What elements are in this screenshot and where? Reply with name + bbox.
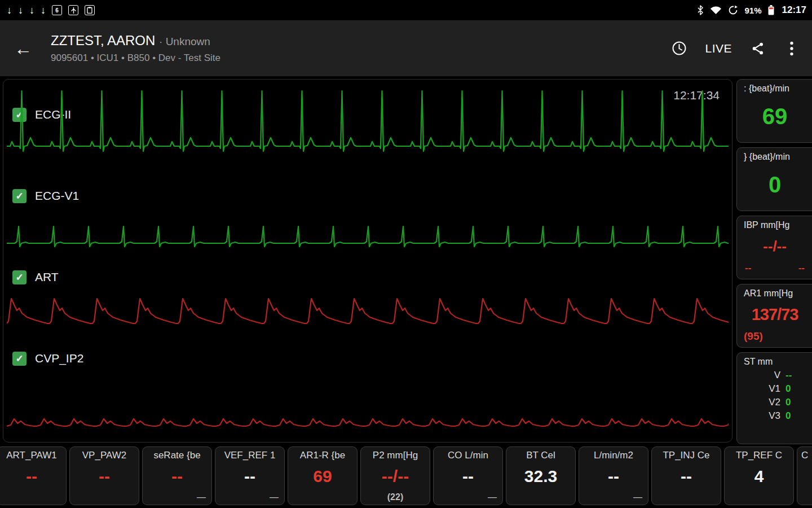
param-tile-ar1-rate[interactable]: AR1-R {be 69 (288, 446, 358, 505)
overflow-menu-button[interactable] (778, 35, 805, 62)
st-row: V3 0 (744, 410, 806, 422)
param-tile-co[interactable]: CO L/min -- — (433, 446, 503, 505)
param-value: -- (147, 461, 208, 492)
wifi-icon (710, 6, 722, 15)
header-actions: LIVE (665, 35, 805, 62)
battery-icon (768, 5, 774, 15)
download-arrow-icon: ↓ (18, 5, 23, 15)
vital-label: ST mm (744, 357, 806, 367)
param-value: 32.3 (510, 461, 571, 492)
st-lead-name: V1 (769, 383, 780, 395)
param-label: L/min/m2 (583, 450, 644, 461)
param-value: 4 (729, 461, 789, 492)
vital-subvalues: -- -- (744, 262, 806, 275)
st-rows: V -- V1 0 V2 0 V3 0 (744, 370, 806, 422)
vital-sub-left: -- (745, 262, 751, 274)
param-sub (510, 492, 571, 502)
vital-sub-right: -- (798, 262, 805, 274)
channel-header-cvp: ✓ CVP_IP2 (12, 349, 83, 367)
param-sub: (22) (365, 492, 426, 502)
param-tile-ip2[interactable]: P2 mm[Hg --/-- (22) (360, 446, 430, 505)
battery-percent-label: 91% (744, 6, 761, 15)
status-bar-indicators: 91% 12:17 (697, 5, 806, 16)
bluetooth-icon (697, 5, 704, 15)
data-sync-icon (728, 5, 738, 15)
clock-icon (672, 41, 687, 56)
param-label: BT Cel (510, 450, 571, 461)
param-tile-vef-ref[interactable]: VEF_REF 1 -- — (215, 446, 285, 505)
st-row: V -- (744, 370, 806, 381)
channel-label: ART (35, 270, 59, 284)
param-sub: — (583, 492, 644, 502)
vital-tile-pvc-rate[interactable]: } {beat}/min 0 (736, 147, 812, 211)
param-tile-partial[interactable]: C (797, 446, 812, 505)
patient-details: 9095601 • ICU1 • B850 • Dev - Test Site (51, 52, 665, 64)
app-header: ← ZZTEST, AARON · Unknown 9095601 • ICU1… (0, 20, 812, 76)
patient-monitor-screen: ↓ ↓ ↓ ↓ 6 91% (0, 0, 812, 508)
param-sub (74, 492, 135, 502)
share-icon (751, 42, 765, 55)
st-lead-value: 0 (785, 397, 798, 408)
param-value: -- (583, 461, 644, 492)
param-label: P2 mm[Hg (365, 450, 426, 461)
share-button[interactable] (744, 35, 771, 62)
channel-header-art: ✓ ART (12, 268, 59, 286)
channel-header-ecg-v1: ✓ ECG-V1 (12, 187, 79, 205)
st-lead-name: V3 (769, 410, 780, 422)
live-button[interactable]: LIVE (699, 42, 738, 55)
vital-tile-ibp[interactable]: IBP mm[Hg --/-- -- -- (736, 216, 812, 279)
vital-tile-st[interactable]: ST mm V -- V1 0 V2 0 V3 (736, 352, 812, 444)
notification-badge-icon: 6 (52, 5, 62, 15)
param-label: seRate {be (147, 450, 208, 461)
param-value: -- (219, 461, 280, 492)
clock-time-label: 12:17 (782, 5, 806, 16)
param-label: VEF_REF 1 (219, 450, 280, 461)
param-value: -- (438, 461, 498, 492)
channel-checkbox[interactable]: ✓ (12, 270, 27, 284)
param-value: -- (656, 461, 717, 492)
parameter-tile-row: ART_PAW1 -- VP_PAW2 -- seRate {be -- — V… (0, 444, 812, 508)
patient-name: ZZTEST, AARON (51, 33, 155, 48)
vital-tile-ar1[interactable]: AR1 mm[Hg 137/73 (95) (736, 284, 812, 348)
overflow-menu-icon (790, 41, 793, 56)
param-sub (729, 492, 789, 502)
param-label: CO L/min (438, 450, 498, 461)
param-tile-bt[interactable]: BT Cel 32.3 (506, 446, 576, 505)
param-label: AR1-R {be (292, 450, 353, 461)
download-arrow-icon: ↓ (41, 5, 46, 15)
param-tile-tp-ref[interactable]: TP_REF C 4 (724, 446, 794, 505)
param-tile-cardiac-index[interactable]: L/min/m2 -- — (579, 446, 648, 505)
download-arrow-icon: ↓ (7, 5, 12, 15)
param-value: 69 (292, 461, 353, 492)
vital-value: 137/73 (744, 299, 806, 330)
art-waveform (7, 290, 729, 330)
param-tile-tp-inj[interactable]: TP_INJ Ce -- (651, 446, 721, 505)
param-sub (292, 492, 353, 502)
param-tile-vp-paw2[interactable]: VP_PAW2 -- (69, 446, 139, 505)
st-lead-name: V2 (769, 397, 780, 408)
status-bar-notifications: ↓ ↓ ↓ ↓ 6 (7, 5, 95, 15)
vital-label: AR1 mm[Hg (744, 288, 806, 299)
vital-label: : {beat}/min (744, 84, 806, 94)
param-sub: — (219, 492, 280, 502)
history-clock-button[interactable] (665, 35, 692, 62)
vitals-sidebar: : {beat}/min 69 } {beat}/min 0 IBP mm[Hg… (736, 76, 812, 444)
param-tile-pulserate[interactable]: seRate {be -- — (142, 446, 212, 505)
param-label: VP_PAW2 (74, 450, 135, 461)
name-separator: · (159, 36, 162, 47)
ecg-v1-waveform (7, 220, 729, 255)
st-row: V2 0 (744, 397, 806, 408)
param-value (801, 461, 812, 492)
param-label: TP_INJ Ce (656, 450, 717, 461)
vital-tile-heart-rate[interactable]: : {beat}/min 69 (736, 79, 812, 143)
patient-status: Unknown (166, 36, 210, 47)
usb-icon (68, 5, 78, 15)
st-row: V1 0 (744, 383, 806, 395)
channel-checkbox[interactable]: ✓ (12, 352, 27, 366)
channel-label: ECG-V1 (35, 189, 79, 203)
channel-checkbox[interactable]: ✓ (12, 189, 27, 203)
vital-label: IBP mm[Hg (744, 220, 806, 230)
back-button[interactable]: ← (10, 36, 36, 62)
param-tile-art-paw1[interactable]: ART_PAW1 -- (0, 446, 67, 505)
channel-label: CVP_IP2 (35, 352, 83, 365)
